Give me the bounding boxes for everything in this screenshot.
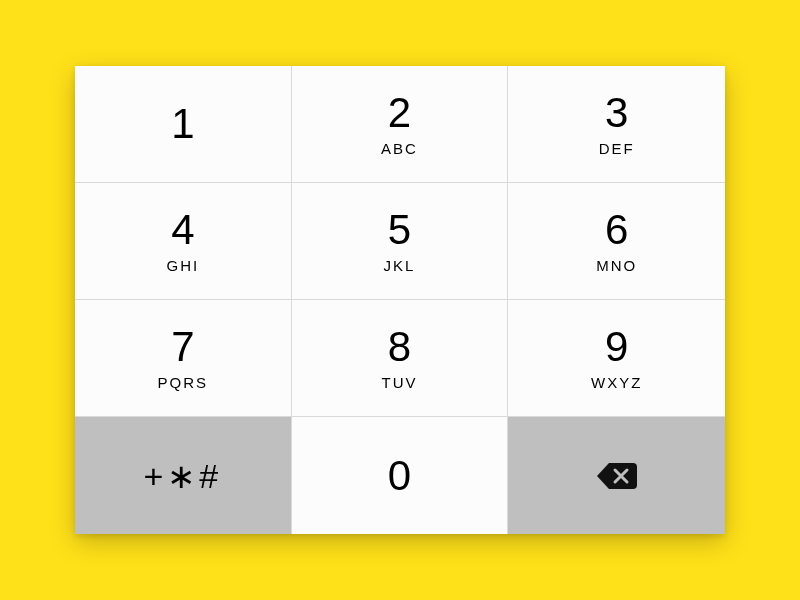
key-digit: 2 xyxy=(388,92,411,134)
key-1[interactable]: 1 xyxy=(75,66,292,183)
key-0[interactable]: 0 xyxy=(292,417,509,534)
key-digit: 4 xyxy=(171,209,194,251)
key-digit: 9 xyxy=(605,326,628,368)
key-letters: PQRS xyxy=(158,374,209,391)
key-letters: JKL xyxy=(384,257,416,274)
key-digit: 0 xyxy=(388,455,411,497)
key-digit: 6 xyxy=(605,209,628,251)
key-digit: 5 xyxy=(388,209,411,251)
key-letters: GHI xyxy=(166,257,199,274)
key-symbols[interactable]: +∗# xyxy=(75,417,292,534)
key-backspace[interactable] xyxy=(508,417,725,534)
key-letters: TUV xyxy=(381,374,417,391)
key-letters: MNO xyxy=(596,257,637,274)
key-7[interactable]: 7 PQRS xyxy=(75,300,292,417)
key-letters: WXYZ xyxy=(591,374,642,391)
key-3[interactable]: 3 DEF xyxy=(508,66,725,183)
key-6[interactable]: 6 MNO xyxy=(508,183,725,300)
phone-keypad: 1 2 ABC 3 DEF 4 GHI 5 JKL 6 MNO 7 PQRS 8… xyxy=(75,66,725,534)
key-digit: 7 xyxy=(171,326,194,368)
key-letters: DEF xyxy=(599,140,635,157)
key-glyphs: +∗# xyxy=(143,456,222,496)
key-9[interactable]: 9 WXYZ xyxy=(508,300,725,417)
key-digit: 3 xyxy=(605,92,628,134)
key-digit: 8 xyxy=(388,326,411,368)
key-5[interactable]: 5 JKL xyxy=(292,183,509,300)
key-letters: ABC xyxy=(381,140,418,157)
backspace-icon xyxy=(595,460,639,492)
key-digit: 1 xyxy=(171,103,194,145)
key-4[interactable]: 4 GHI xyxy=(75,183,292,300)
key-2[interactable]: 2 ABC xyxy=(292,66,509,183)
key-8[interactable]: 8 TUV xyxy=(292,300,509,417)
